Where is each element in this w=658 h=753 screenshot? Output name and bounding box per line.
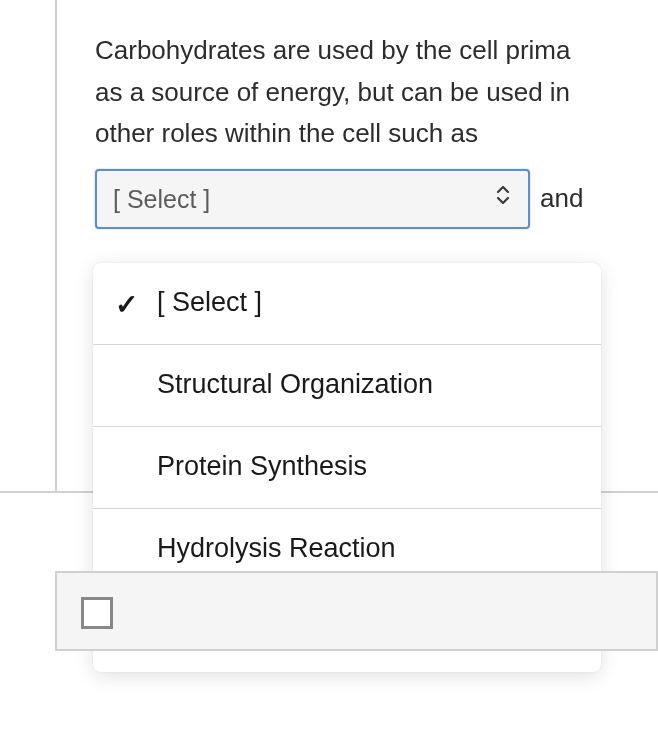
dropdown-option-label: Protein Synthesis [157, 451, 367, 481]
question-content: Carbohydrates are used by the cell prima… [95, 30, 658, 229]
question-text: Carbohydrates are used by the cell prima… [95, 30, 658, 155]
question-left-border [55, 0, 57, 493]
select-dropdown[interactable]: [ Select ] [95, 169, 530, 229]
question-line-3: other roles within the cell such as [95, 118, 478, 148]
dropdown-option-label: [ Select ] [157, 287, 262, 317]
dropdown-option-protein[interactable]: Protein Synthesis [93, 427, 601, 509]
dropdown-option-label: Hydrolysis Reaction [157, 533, 396, 563]
chevron-up-down-icon [494, 178, 512, 220]
dropdown-option-structural[interactable]: Structural Organization [93, 345, 601, 427]
select-row: [ Select ] and [95, 169, 658, 229]
next-question-header[interactable] [55, 571, 658, 651]
question-line-2: as a source of energy, but can be used i… [95, 77, 570, 107]
dropdown-option-select[interactable]: ✓ [ Select ] [93, 263, 601, 345]
after-select-text: and [540, 178, 583, 220]
dropdown-option-label: Structural Organization [157, 369, 433, 399]
checkmark-icon: ✓ [115, 287, 138, 320]
select-placeholder: [ Select ] [113, 179, 210, 219]
bookmark-outline-icon[interactable] [81, 597, 113, 629]
question-line-1: Carbohydrates are used by the cell prima [95, 35, 570, 65]
